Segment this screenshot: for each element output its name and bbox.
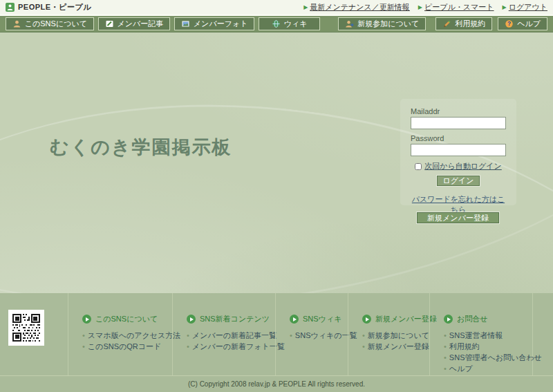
- logout-link[interactable]: ▶ ログアウト: [503, 2, 547, 12]
- footer-link-operator-info[interactable]: •SNS運営者情報: [444, 330, 532, 341]
- footer-link-contact-admin[interactable]: •SNS管理者へお問い合わせ: [444, 352, 532, 363]
- bullet-icon: •: [444, 331, 447, 339]
- person-icon: [12, 19, 21, 28]
- play-circle-icon: [362, 315, 371, 324]
- nav-help-button[interactable]: ? ヘルプ: [498, 17, 547, 30]
- site-logo: PEOPLE・ピープル: [6, 2, 91, 12]
- photo-icon: [181, 19, 190, 28]
- mailaddr-label: Mailaddr: [411, 107, 506, 115]
- bullet-icon: •: [362, 331, 365, 339]
- pencil-icon: [442, 19, 451, 28]
- nav-member-photos-button[interactable]: メンバーフォト: [174, 17, 254, 30]
- footer-heading-new-contents: SNS新着コンテンツ: [187, 314, 275, 324]
- footer-link-wiki-list[interactable]: •SNSウィキの一覧: [290, 330, 348, 341]
- main-navigation: このSNSについて メンバー記事 メンバーフォト ウィキ 新規参加について 利用…: [0, 15, 553, 32]
- copyright-bar: (C) Copyright 2008 relav.jp & PEOPLE All…: [0, 375, 553, 392]
- auto-login-row: 次回から自動ログイン: [411, 161, 506, 171]
- arrow-right-icon: ▶: [303, 5, 308, 10]
- footer-heading-register: 新規メンバー登録: [362, 314, 429, 324]
- password-label: Password: [411, 134, 506, 142]
- footer-link-help[interactable]: •ヘルプ: [444, 363, 532, 374]
- footer-link-new-articles[interactable]: •メンバーの新着記事一覧: [187, 330, 275, 341]
- person-add-icon: [345, 19, 354, 28]
- footer-link-qr-code[interactable]: •このSNSのQRコード: [82, 341, 172, 352]
- play-circle-icon: [82, 315, 91, 324]
- bullet-icon: •: [444, 353, 447, 362]
- footer-column-new-contents: SNS新着コンテンツ •メンバーの新着記事一覧 •メンバーの新着フォト一覧: [172, 293, 275, 375]
- footer-link-register[interactable]: •新規メンバー登録: [362, 341, 429, 352]
- nav-wiki-button[interactable]: ウィキ: [259, 17, 320, 30]
- footer-link-join-info[interactable]: •新規参加について: [362, 330, 429, 341]
- footer-heading-contact: お問合せ: [444, 314, 532, 324]
- mailaddr-input[interactable]: [411, 117, 506, 129]
- bullet-icon: •: [362, 342, 365, 351]
- footer: このSNSについて •スマホ版へのアクセス方法 •このSNSのQRコード SNS…: [0, 293, 553, 375]
- bullet-icon: •: [82, 342, 85, 351]
- qr-cell: [0, 293, 68, 375]
- play-circle-icon: [290, 315, 299, 324]
- play-circle-icon: [444, 315, 453, 324]
- article-icon: [105, 19, 114, 28]
- bullet-icon: •: [187, 342, 189, 351]
- people-smart-link[interactable]: ▶ ピープル・スマート: [418, 2, 494, 12]
- nav-new-member-info-button[interactable]: 新規参加について: [338, 17, 426, 30]
- nav-about-sns-button[interactable]: このSNSについて: [6, 17, 94, 30]
- login-panel: Mailaddr Password 次回から自動ログイン ログイン パスワードを…: [400, 99, 516, 205]
- password-input[interactable]: [411, 144, 506, 156]
- footer-column-register: 新規メンバー登録 •新規参加について •新規メンバー登録: [348, 293, 429, 375]
- auto-login-label[interactable]: 次回から自動ログイン: [424, 161, 502, 171]
- maintenance-info-link[interactable]: ▶ 最新メンテナンス／更新情報: [303, 2, 410, 12]
- top-utility-bar: PEOPLE・ピープル ▶ 最新メンテナンス／更新情報 ▶ ピープル・スマート …: [0, 0, 553, 15]
- help-icon: ?: [505, 19, 514, 28]
- site-title: PEOPLE・ピープル: [18, 2, 91, 12]
- auto-login-checkbox[interactable]: [415, 163, 422, 170]
- footer-column-about: このSNSについて •スマホ版へのアクセス方法 •このSNSのQRコード: [68, 293, 172, 375]
- arrow-right-icon: ▶: [503, 5, 507, 10]
- bullet-icon: •: [444, 342, 447, 351]
- bullet-icon: •: [187, 331, 189, 339]
- play-circle-icon: [187, 315, 196, 324]
- people-logo-icon: [6, 3, 15, 12]
- svg-text:?: ?: [507, 20, 511, 27]
- topbar-links: ▶ 最新メンテナンス／更新情報 ▶ ピープル・スマート ▶ ログアウト: [303, 2, 547, 12]
- nav-terms-button[interactable]: 利用規約: [435, 17, 492, 30]
- page-title: むくのき学園掲示板: [50, 135, 232, 160]
- bullet-icon: •: [444, 364, 447, 373]
- footer-column-wiki: SNSウィキ •SNSウィキの一覧: [275, 293, 348, 375]
- nav-member-articles-button[interactable]: メンバー記事: [98, 17, 170, 30]
- arrow-right-icon: ▶: [418, 5, 422, 10]
- bullet-icon: •: [82, 331, 85, 339]
- register-member-button[interactable]: 新規メンバー登録: [417, 212, 499, 223]
- login-button[interactable]: ログイン: [437, 176, 480, 186]
- footer-link-mobile-access[interactable]: •スマホ版へのアクセス方法: [82, 330, 172, 341]
- footer-column-contact: お問合せ •SNS運営者情報 •利用規約 •SNS管理者へお問い合わせ •ヘルプ: [429, 293, 533, 375]
- globe-icon: [272, 19, 281, 28]
- footer-link-terms[interactable]: •利用規約: [444, 341, 532, 352]
- footer-heading-about: このSNSについて: [82, 314, 172, 324]
- nav-right-group: 利用規約 ? ヘルプ: [430, 17, 547, 30]
- copyright-text: (C) Copyright 2008 relav.jp & PEOPLE All…: [188, 380, 365, 388]
- footer-heading-wiki: SNSウィキ: [290, 314, 348, 324]
- qr-code: [8, 310, 44, 346]
- bullet-icon: •: [290, 331, 292, 339]
- footer-link-new-photos[interactable]: •メンバーの新着フォト一覧: [187, 341, 275, 352]
- main-content: むくのき学園掲示板 Mailaddr Password 次回から自動ログイン ロ…: [0, 32, 553, 293]
